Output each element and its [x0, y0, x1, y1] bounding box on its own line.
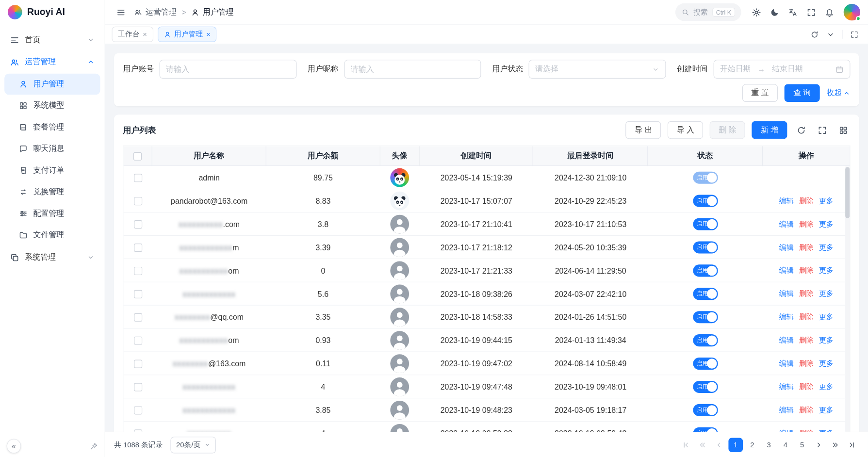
delete-link[interactable]: 删除	[799, 312, 814, 322]
row-checkbox[interactable]	[134, 359, 142, 368]
more-link[interactable]: 更多	[819, 196, 834, 206]
fullscreen-icon[interactable]	[815, 123, 829, 137]
fullscreen-icon[interactable]	[803, 4, 819, 20]
edit-link[interactable]: 编辑	[779, 219, 794, 229]
status-toggle[interactable]: 启用	[693, 195, 718, 207]
edit-link[interactable]: 编辑	[779, 405, 794, 415]
more-link[interactable]: 更多	[819, 405, 834, 415]
status-toggle[interactable]: 启用	[693, 381, 718, 393]
row-checkbox[interactable]	[134, 429, 142, 432]
tab-user-management[interactable]: 用户管理 ×	[158, 27, 217, 42]
sidebar-subitem[interactable]: 系统模型	[4, 95, 100, 116]
row-checkbox[interactable]	[134, 220, 142, 228]
edit-link[interactable]: 编辑	[779, 428, 794, 432]
table-scrollbar[interactable]	[845, 166, 850, 431]
close-icon[interactable]: ×	[206, 31, 211, 38]
user-avatar[interactable]	[844, 4, 860, 20]
edit-link[interactable]: 编辑	[779, 243, 794, 253]
settings-gear-icon[interactable]	[748, 4, 764, 20]
status-toggle[interactable]: 启用	[693, 218, 718, 230]
row-checkbox[interactable]	[134, 243, 142, 251]
hamburger-menu-icon[interactable]	[113, 4, 129, 20]
delete-link[interactable]: 删除	[799, 405, 814, 415]
notifications-bell-icon[interactable]	[821, 4, 837, 20]
delete-button[interactable]: 删 除	[710, 121, 745, 139]
sidebar-item-home[interactable]: 首页	[4, 29, 100, 51]
more-link[interactable]: 更多	[819, 359, 834, 369]
delete-link[interactable]: 删除	[799, 243, 814, 253]
page-size-select[interactable]: 20条/页	[171, 437, 216, 453]
row-checkbox[interactable]	[134, 197, 142, 205]
more-link[interactable]: 更多	[819, 335, 834, 345]
more-link[interactable]: 更多	[819, 219, 834, 229]
status-toggle[interactable]: 启用	[693, 264, 718, 277]
first-page-icon[interactable]	[679, 438, 693, 452]
breadcrumb-users[interactable]: 用户管理	[191, 7, 234, 17]
status-toggle[interactable]: 启用	[693, 311, 718, 323]
breadcrumb-operations[interactable]: 运营管理	[134, 7, 177, 17]
page-5-button[interactable]: 5	[795, 438, 809, 452]
sidebar-subitem[interactable]: 聊天消息	[4, 138, 100, 159]
status-toggle[interactable]: 启用	[693, 427, 718, 432]
next-5-pages-icon[interactable]	[828, 438, 843, 452]
row-checkbox[interactable]	[134, 290, 142, 298]
delete-link[interactable]: 删除	[799, 266, 814, 276]
page-4-button[interactable]: 4	[778, 438, 793, 452]
edit-link[interactable]: 编辑	[779, 312, 794, 322]
export-button[interactable]: 导 出	[626, 121, 661, 139]
page-3-button[interactable]: 3	[762, 438, 776, 452]
sidebar-item-operations[interactable]: 运营管理	[4, 51, 100, 73]
account-input[interactable]	[160, 60, 296, 79]
edit-link[interactable]: 编辑	[779, 382, 794, 392]
status-toggle[interactable]: 启用	[693, 334, 718, 346]
expand-icon[interactable]	[847, 27, 862, 42]
sidebar-subitem[interactable]: 文件管理	[4, 225, 100, 245]
row-checkbox[interactable]	[134, 174, 142, 182]
status-toggle[interactable]: 启用	[693, 241, 718, 253]
reset-button[interactable]: 重 置	[742, 84, 778, 102]
global-search[interactable]: 搜索 Ctrl K	[675, 3, 741, 21]
next-page-icon[interactable]	[812, 438, 826, 452]
query-button[interactable]: 查 询	[785, 84, 820, 102]
delete-link[interactable]: 删除	[799, 428, 814, 432]
close-icon[interactable]: ×	[143, 31, 147, 38]
edit-link[interactable]: 编辑	[779, 196, 794, 206]
delete-link[interactable]: 删除	[799, 382, 814, 392]
edit-link[interactable]: 编辑	[779, 335, 794, 345]
sidebar-subitem[interactable]: 支付订单	[4, 160, 100, 181]
more-link[interactable]: 更多	[819, 289, 834, 299]
import-button[interactable]: 导 入	[668, 121, 703, 139]
prev-5-pages-icon[interactable]	[695, 438, 710, 452]
edit-link[interactable]: 编辑	[779, 289, 794, 299]
edit-link[interactable]: 编辑	[779, 359, 794, 369]
dark-mode-moon-icon[interactable]	[767, 4, 782, 20]
sidebar-subitem[interactable]: 用户管理	[4, 74, 100, 95]
pin-icon[interactable]	[90, 442, 98, 450]
sidebar-subitem[interactable]: 套餐管理	[4, 117, 100, 138]
more-link[interactable]: 更多	[819, 243, 834, 253]
row-checkbox[interactable]	[134, 383, 142, 391]
row-checkbox[interactable]	[134, 313, 142, 321]
row-checkbox[interactable]	[134, 336, 142, 344]
sidebar-subitem[interactable]: 配置管理	[4, 203, 100, 224]
delete-link[interactable]: 删除	[799, 335, 814, 345]
sidebar-item-system[interactable]: 系统管理	[4, 246, 100, 269]
page-1-button[interactable]: 1	[728, 438, 743, 452]
status-toggle[interactable]: 启用	[693, 404, 718, 416]
sidebar-subitem[interactable]: 兑换管理	[4, 181, 100, 202]
refresh-icon[interactable]	[794, 123, 808, 137]
status-select[interactable]: 请选择	[529, 60, 666, 79]
translate-icon[interactable]	[785, 4, 801, 20]
more-link[interactable]: 更多	[819, 312, 834, 322]
collapse-filter-link[interactable]: 收起	[826, 88, 850, 98]
status-toggle[interactable]: 启用	[693, 288, 718, 300]
row-checkbox[interactable]	[134, 406, 142, 414]
more-link[interactable]: 更多	[819, 428, 834, 432]
delete-link[interactable]: 删除	[799, 289, 814, 299]
created-date-range[interactable]: 开始日期 → 结束日期	[713, 60, 850, 79]
row-checkbox[interactable]	[134, 266, 142, 275]
page-2-button[interactable]: 2	[745, 438, 760, 452]
scrollbar-thumb[interactable]	[845, 167, 850, 218]
column-settings-grid-icon[interactable]	[836, 123, 851, 137]
status-toggle[interactable]: 启用	[693, 358, 718, 370]
